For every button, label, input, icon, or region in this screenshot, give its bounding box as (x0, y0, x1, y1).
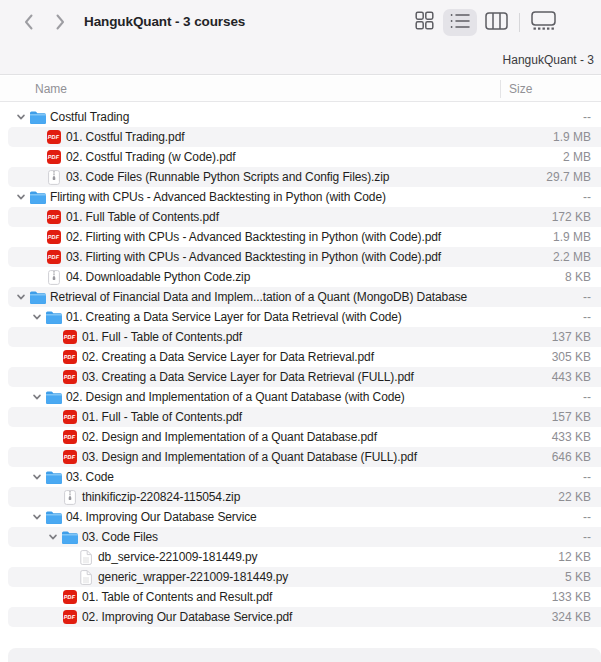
file-name: 01. Creating a Data Service Layer for Da… (66, 310, 402, 324)
file-row[interactable]: generic_wrapper-221009-181449.py 5 KB (8, 567, 601, 587)
file-row[interactable]: Retrieval of Financial Data and Implem..… (8, 287, 601, 307)
chevron-down-icon[interactable] (13, 189, 29, 205)
list-icon (450, 13, 470, 32)
file-size: 443 KB (552, 370, 601, 384)
file-name: 03. Flirting with CPUs - Advanced Backte… (66, 250, 441, 264)
pdf-file-icon: PDF (61, 369, 78, 385)
file-name: 03. Code Files (Runnable Python Scripts … (66, 170, 389, 184)
zip-file-icon (61, 489, 78, 505)
chevron-down-icon[interactable] (13, 289, 29, 305)
file-size: -- (583, 530, 601, 544)
file-name: 03. Design and Implementation of a Quant… (82, 450, 417, 464)
chevron-down-icon[interactable] (29, 509, 45, 525)
pdf-file-icon: PDF (61, 589, 78, 605)
file-row[interactable]: 04. Downloadable Python Code.zip 8 KB (8, 267, 601, 287)
file-size: 29.7 MB (546, 170, 601, 184)
chevron-down-icon[interactable] (29, 469, 45, 485)
file-row[interactable]: PDF 01. Full Table of Contents.pdf 172 K… (8, 207, 601, 227)
file-row[interactable]: db_service-221009-181449.py 12 KB (8, 547, 601, 567)
file-row[interactable]: PDF 03. Design and Implementation of a Q… (8, 447, 601, 467)
folder-icon (29, 189, 46, 205)
folder-icon (45, 389, 62, 405)
file-row[interactable]: PDF 03. Creating a Data Service Layer fo… (8, 367, 601, 387)
toolbar-divider (519, 13, 520, 32)
file-size: 2.2 MB (553, 250, 601, 264)
zip-file-icon (45, 169, 62, 185)
file-size: 433 KB (552, 430, 601, 444)
toolbar: HangukQuant - 3 courses (0, 0, 601, 75)
file-name: Retrieval of Financial Data and Implem..… (50, 290, 467, 304)
file-name: thinkificzip-220824-115054.zip (82, 490, 240, 504)
file-row[interactable]: PDF 01. Full - Table of Contents.pdf 137… (8, 327, 601, 347)
file-row[interactable]: PDF 02. Flirting with CPUs - Advanced Ba… (8, 227, 601, 247)
chevron-right-icon (55, 13, 66, 34)
file-row[interactable]: PDF 02. Creating a Data Service Layer fo… (8, 347, 601, 367)
file-name: 01. Table of Contents and Result.pdf (82, 590, 272, 604)
file-name: 01. Costful Trading.pdf (66, 130, 184, 144)
file-row[interactable]: PDF 01. Full - Table of Contents.pdf 157… (8, 407, 601, 427)
file-row[interactable]: thinkificzip-220824-115054.zip 22 KB (8, 487, 601, 507)
chevron-left-icon (23, 13, 34, 34)
file-size: 172 KB (552, 210, 601, 224)
column-view-button[interactable] (479, 9, 513, 36)
window-title: HangukQuant - 3 courses (84, 14, 245, 29)
chevron-down-icon[interactable] (29, 309, 45, 325)
file-name: 02. Design and Implementation of a Quant… (82, 430, 377, 444)
finder-window: HangukQuant - 3 courses (0, 0, 601, 662)
folder-icon (45, 309, 62, 325)
file-row[interactable]: PDF 02. Costful Trading (w Code).pdf 2 M… (8, 147, 601, 167)
chevron-down-icon[interactable] (29, 389, 45, 405)
chevron-down-icon[interactable] (45, 529, 61, 545)
file-row[interactable]: 03. Code Files (Runnable Python Scripts … (8, 167, 601, 187)
pdf-file-icon: PDF (61, 609, 78, 625)
file-row[interactable]: PDF 01. Table of Contents and Result.pdf… (8, 587, 601, 607)
back-button[interactable] (16, 12, 40, 34)
folder-icon (61, 529, 78, 545)
column-header-size[interactable]: Size (509, 82, 532, 96)
file-name: Costful Trading (50, 110, 129, 124)
column-divider[interactable] (500, 80, 501, 98)
file-size: 133 KB (552, 590, 601, 604)
list-view-button[interactable] (443, 9, 477, 36)
grid-icon (415, 11, 434, 33)
file-name: db_service-221009-181449.py (98, 550, 257, 564)
file-row[interactable]: 02. Design and Implementation of a Quant… (8, 387, 601, 407)
file-row[interactable]: 04. Improving Our Database Service -- (8, 507, 601, 527)
file-row[interactable]: 03. Code Files -- (8, 527, 601, 547)
file-name: 01. Full - Table of Contents.pdf (82, 330, 242, 344)
pdf-file-icon: PDF (45, 229, 62, 245)
pane-title: HangukQuant - 3 (503, 53, 594, 67)
file-row[interactable]: 03. Code -- (8, 467, 601, 487)
file-row[interactable]: Costful Trading -- (8, 107, 601, 127)
folder-icon (45, 469, 62, 485)
chevron-down-icon[interactable] (13, 109, 29, 125)
file-name: 03. Code Files (82, 530, 158, 544)
file-row[interactable]: PDF 02. Design and Implementation of a Q… (8, 427, 601, 447)
file-size: -- (583, 390, 601, 404)
icon-view-button[interactable] (407, 9, 441, 36)
folder-icon (29, 289, 46, 305)
file-name: 02. Design and Implementation of a Quant… (66, 390, 405, 404)
pdf-file-icon: PDF (61, 449, 78, 465)
file-name: Flirting with CPUs - Advanced Backtestin… (50, 190, 386, 204)
file-name: 04. Improving Our Database Service (66, 510, 257, 524)
file-size: 22 KB (558, 490, 601, 504)
file-size: 1.9 MB (553, 230, 601, 244)
file-row[interactable]: PDF 02. Improving Our Database Service.p… (8, 607, 601, 627)
folder-icon (45, 509, 62, 525)
pdf-file-icon: PDF (45, 209, 62, 225)
file-size: 137 KB (552, 330, 601, 344)
file-row[interactable]: 01. Creating a Data Service Layer for Da… (8, 307, 601, 327)
pdf-file-icon: PDF (45, 129, 62, 145)
file-name: 01. Full - Table of Contents.pdf (82, 410, 242, 424)
column-header-name[interactable]: Name (35, 82, 67, 96)
forward-button[interactable] (48, 12, 72, 34)
file-row[interactable]: Flirting with CPUs - Advanced Backtestin… (8, 187, 601, 207)
gallery-view-button[interactable] (526, 9, 560, 36)
file-name: 04. Downloadable Python Code.zip (66, 270, 250, 284)
python-file-icon (77, 549, 94, 565)
file-row[interactable]: PDF 01. Costful Trading.pdf 1.9 MB (8, 127, 601, 147)
view-switcher (406, 8, 561, 36)
file-row[interactable]: PDF 03. Flirting with CPUs - Advanced Ba… (8, 247, 601, 267)
file-size: 2 MB (563, 150, 601, 164)
